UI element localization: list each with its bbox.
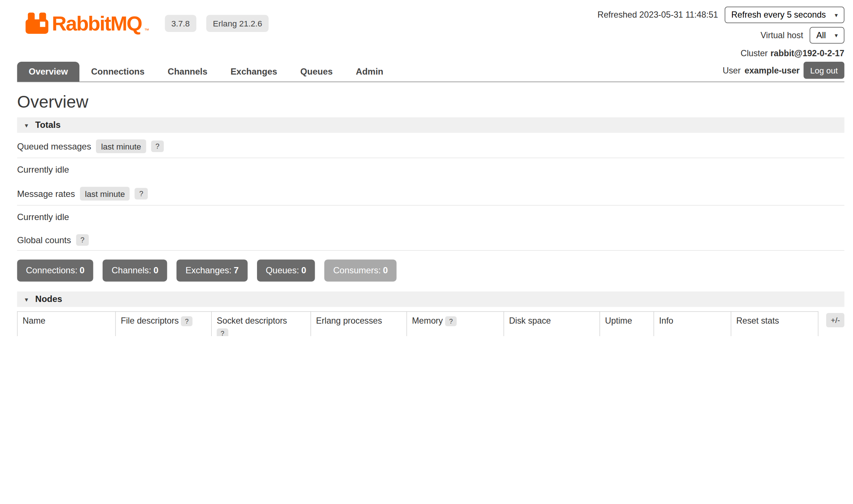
header: RabbitMQ ™ 3.7.8 Erlang 21.2.6 Refreshed… bbox=[17, 0, 845, 58]
col-reset-stats: Reset stats bbox=[731, 312, 818, 336]
consumers-count-value: 0 bbox=[383, 266, 388, 275]
nodes-table: Name File descriptors ? Socket descripto… bbox=[17, 312, 819, 336]
help-icon[interactable]: ? bbox=[181, 316, 193, 326]
refreshed-timestamp: Refreshed 2023-05-31 11:48:51 bbox=[597, 10, 718, 20]
logout-button[interactable]: Log out bbox=[803, 62, 844, 79]
message-rates-label: Message rates bbox=[17, 189, 75, 199]
col-uptime: Uptime bbox=[600, 312, 654, 336]
channels-count-value: 0 bbox=[154, 266, 158, 275]
tab-exchanges[interactable]: Exchanges bbox=[219, 62, 289, 82]
chevron-down-icon: ▾ bbox=[835, 11, 838, 19]
global-counts-label: Global counts bbox=[17, 235, 71, 245]
connections-count-value: 0 bbox=[80, 266, 85, 275]
message-rates-heading: Message rates last minute ? bbox=[17, 180, 845, 206]
logo-wordmark: RabbitMQ bbox=[52, 13, 142, 33]
rabbitmq-logo-icon bbox=[25, 11, 49, 35]
col-disk-space: Disk space bbox=[504, 312, 600, 336]
rabbitmq-logo[interactable]: RabbitMQ ™ bbox=[25, 11, 150, 35]
help-icon[interactable]: ? bbox=[445, 316, 457, 326]
exchanges-count-label: Exchanges: bbox=[185, 266, 231, 275]
message-rates-period-select[interactable]: last minute bbox=[80, 187, 130, 201]
virtual-host-value: All bbox=[816, 30, 826, 40]
col-erlang-processes: Erlang processes bbox=[311, 312, 407, 336]
queues-count-label: Queues: bbox=[266, 266, 299, 275]
col-file-descriptors: File descriptors ? bbox=[115, 312, 211, 336]
tab-admin[interactable]: Admin bbox=[344, 62, 395, 82]
totals-section-header[interactable]: ▼ Totals bbox=[17, 118, 845, 133]
page: RabbitMQ ™ 3.7.8 Erlang 21.2.6 Refreshed… bbox=[0, 0, 853, 336]
global-count-badges: Connections:0 Channels:0 Exchanges:7 Que… bbox=[17, 260, 845, 282]
collapse-triangle-icon: ▼ bbox=[24, 296, 29, 302]
virtual-host-line: Virtual host All ▾ bbox=[760, 27, 844, 44]
exchanges-count-badge: Exchanges:7 bbox=[176, 260, 247, 282]
chevron-down-icon: ▾ bbox=[835, 32, 838, 39]
cluster-label: Cluster bbox=[740, 48, 768, 58]
version-badge: 3.7.8 bbox=[165, 15, 196, 32]
queued-messages-label: Queued messages bbox=[17, 141, 91, 151]
connections-count-label: Connections: bbox=[26, 266, 78, 275]
queues-count-value: 0 bbox=[301, 266, 306, 275]
message-rates-status: Currently idle bbox=[17, 206, 845, 228]
help-icon[interactable]: ? bbox=[217, 328, 228, 336]
nodes-section-header[interactable]: ▼ Nodes bbox=[17, 292, 845, 307]
queued-messages-heading: Queued messages last minute ? bbox=[17, 133, 845, 158]
tab-overview[interactable]: Overview bbox=[17, 62, 80, 82]
nodes-table-header-row: Name File descriptors ? Socket descripto… bbox=[17, 312, 818, 336]
cluster-line: Cluster rabbit@192-0-2-17 bbox=[740, 47, 844, 58]
column-toggle-badge[interactable]: +/- bbox=[826, 313, 844, 327]
nodes-section-title: Nodes bbox=[35, 294, 62, 304]
trademark-symbol: ™ bbox=[144, 28, 150, 35]
user-name: example-user bbox=[745, 65, 800, 75]
virtual-host-label: Virtual host bbox=[760, 30, 803, 40]
global-counts-heading: Global counts ? bbox=[17, 228, 845, 251]
tab-connections[interactable]: Connections bbox=[79, 62, 156, 82]
col-memory: Memory ? bbox=[407, 312, 504, 336]
help-icon[interactable]: ? bbox=[135, 188, 148, 200]
cluster-name: rabbit@192-0-2-17 bbox=[771, 48, 845, 58]
channels-count-badge: Channels:0 bbox=[103, 260, 167, 282]
help-icon[interactable]: ? bbox=[151, 141, 164, 152]
tab-channels[interactable]: Channels bbox=[156, 62, 219, 82]
tab-queues[interactable]: Queues bbox=[289, 62, 344, 82]
refresh-interval-value: Refresh every 5 seconds bbox=[731, 10, 826, 20]
tabs: Overview Connections Channels Exchanges … bbox=[17, 62, 395, 82]
col-socket-descriptors: Socket descriptors ? bbox=[211, 312, 311, 336]
user-label: User bbox=[722, 65, 740, 75]
queued-messages-status: Currently idle bbox=[17, 158, 845, 180]
help-icon[interactable]: ? bbox=[76, 234, 89, 246]
header-left: RabbitMQ ™ 3.7.8 Erlang 21.2.6 bbox=[17, 7, 269, 35]
tab-bar: Overview Connections Channels Exchanges … bbox=[17, 62, 845, 82]
page-title: Overview bbox=[17, 92, 845, 112]
channels-count-label: Channels: bbox=[111, 266, 151, 275]
refresh-line: Refreshed 2023-05-31 11:48:51 Refresh ev… bbox=[597, 7, 844, 23]
col-name: Name bbox=[17, 312, 115, 336]
queues-count-badge: Queues:0 bbox=[257, 260, 315, 282]
header-right: Refreshed 2023-05-31 11:48:51 Refresh ev… bbox=[597, 7, 844, 58]
exchanges-count-value: 7 bbox=[234, 266, 239, 275]
connections-count-badge: Connections:0 bbox=[17, 260, 93, 282]
col-info: Info bbox=[654, 312, 731, 336]
user-box: User example-user Log out bbox=[722, 62, 844, 82]
rabbitmq-management-app: RabbitMQ ™ 3.7.8 Erlang 21.2.6 Refreshed… bbox=[0, 0, 853, 336]
virtual-host-select[interactable]: All ▾ bbox=[810, 27, 844, 44]
erlang-version-badge: Erlang 21.2.6 bbox=[206, 15, 269, 32]
nodes-table-wrap: Name File descriptors ? Socket descripto… bbox=[17, 312, 845, 336]
totals-section-title: Totals bbox=[35, 120, 61, 130]
collapse-triangle-icon: ▼ bbox=[24, 122, 29, 128]
consumers-count-label: Consumers: bbox=[333, 266, 381, 275]
queued-messages-period-select[interactable]: last minute bbox=[96, 140, 146, 154]
refresh-interval-select[interactable]: Refresh every 5 seconds ▾ bbox=[725, 7, 844, 23]
consumers-count-badge: Consumers:0 bbox=[324, 260, 397, 282]
